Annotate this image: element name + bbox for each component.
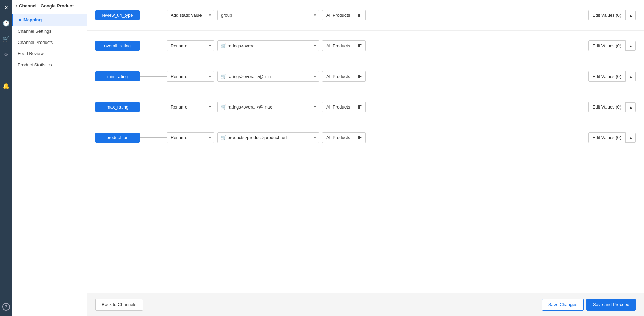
edit-values-button-overall_rating[interactable]: Edit Values (0) bbox=[588, 40, 626, 51]
mapping-controls-max_rating: RenameAdd static valueCombineExtract▼🛒 r… bbox=[167, 102, 636, 112]
sidebar-nav: MappingChannel SettingsChannel ProductsF… bbox=[12, 12, 87, 72]
collapse-button-min_rating[interactable]: ▲ bbox=[626, 72, 636, 81]
edit-values-wrapper-review_url_type: Edit Values (0)▲ bbox=[588, 10, 636, 20]
if-button-overall_rating[interactable]: IF bbox=[354, 40, 366, 51]
save-changes-button[interactable]: Save Changes bbox=[542, 299, 584, 311]
sidebar-item-label-product-statistics: Product Statistics bbox=[18, 62, 52, 67]
gear-icon[interactable]: ⚙ bbox=[1, 50, 11, 59]
all-products-button-overall_rating[interactable]: All Products bbox=[322, 40, 354, 51]
footer-right: Save Changes Save and Proceed bbox=[542, 299, 636, 311]
collapse-button-overall_rating[interactable]: ▲ bbox=[626, 41, 636, 51]
cart-nav-icon[interactable]: 🛒 bbox=[1, 34, 11, 44]
all-products-button-review_url_type[interactable]: All Products bbox=[322, 10, 354, 20]
products-group-overall_rating: All ProductsIF bbox=[322, 40, 366, 51]
collapse-button-max_rating[interactable]: ▲ bbox=[626, 102, 636, 112]
active-indicator bbox=[19, 19, 21, 21]
value-select-product_url[interactable]: 🛒 products>product>product_url bbox=[217, 132, 319, 143]
edit-values-wrapper-overall_rating: Edit Values (0)▲ bbox=[588, 40, 636, 51]
products-group-product_url: All ProductsIF bbox=[322, 132, 366, 143]
if-button-max_rating[interactable]: IF bbox=[354, 102, 366, 112]
all-products-button-max_rating[interactable]: All Products bbox=[322, 102, 354, 112]
mapping-row-product_url: product_urlRenameAdd static valueCombine… bbox=[87, 122, 644, 153]
edit-values-button-product_url[interactable]: Edit Values (0) bbox=[588, 132, 626, 143]
sidebar-header: ‹ Channel - Google Product ... bbox=[12, 0, 87, 12]
method-wrapper-max_rating: RenameAdd static valueCombineExtract▼ bbox=[167, 102, 214, 112]
value-wrapper-product_url: 🛒 products>product>product_url▼ bbox=[217, 132, 319, 143]
save-and-proceed-button[interactable]: Save and Proceed bbox=[586, 299, 636, 311]
sidebar-back-arrow[interactable]: ‹ bbox=[16, 4, 17, 9]
clock-icon[interactable]: 🕐 bbox=[1, 18, 11, 28]
edit-values-button-review_url_type[interactable]: Edit Values (0) bbox=[588, 10, 626, 20]
method-wrapper-overall_rating: RenameAdd static valueCombineExtract▼ bbox=[167, 40, 214, 51]
if-button-min_rating[interactable]: IF bbox=[354, 71, 366, 82]
close-icon[interactable]: ✕ bbox=[1, 3, 11, 12]
method-wrapper-review_url_type: RenameAdd static valueCombineExtract▼ bbox=[167, 10, 214, 20]
products-group-review_url_type: All ProductsIF bbox=[322, 10, 366, 20]
value-select-max_rating[interactable]: 🛒 ratings>overall>@max bbox=[217, 102, 319, 112]
edit-values-button-min_rating[interactable]: Edit Values (0) bbox=[588, 71, 626, 82]
sidebar-item-product-statistics[interactable]: Product Statistics bbox=[12, 59, 87, 70]
method-select-product_url[interactable]: RenameAdd static valueCombineExtract bbox=[167, 132, 214, 143]
products-group-min_rating: All ProductsIF bbox=[322, 71, 366, 82]
field-label-review_url_type: review_url_type bbox=[95, 10, 140, 20]
connector-line-min_rating bbox=[140, 76, 167, 77]
content-area: review_url_typeRenameAdd static valueCom… bbox=[87, 0, 644, 293]
help-icon[interactable]: ? bbox=[2, 303, 10, 311]
all-products-button-product_url[interactable]: All Products bbox=[322, 132, 354, 143]
mapping-row-review_url_type: review_url_typeRenameAdd static valueCom… bbox=[87, 0, 644, 31]
edit-values-wrapper-max_rating: Edit Values (0)▲ bbox=[588, 102, 636, 112]
back-to-channels-button[interactable]: Back to Channels bbox=[95, 299, 143, 311]
mapping-row-overall_rating: overall_ratingRenameAdd static valueComb… bbox=[87, 31, 644, 61]
method-wrapper-min_rating: RenameAdd static valueCombineExtract▼ bbox=[167, 71, 214, 82]
value-select-review_url_type[interactable]: group bbox=[217, 10, 319, 20]
sidebar-item-feed-review[interactable]: Feed Review bbox=[12, 48, 87, 59]
value-select-overall_rating[interactable]: 🛒 ratings>overall bbox=[217, 40, 319, 51]
field-label-max_rating: max_rating bbox=[95, 102, 140, 112]
sidebar-item-channel-products[interactable]: Channel Products bbox=[12, 37, 87, 48]
sidebar: ‹ Channel - Google Product ... MappingCh… bbox=[12, 0, 87, 316]
mapping-row-min_rating: min_ratingRenameAdd static valueCombineE… bbox=[87, 61, 644, 92]
field-label-min_rating: min_rating bbox=[95, 71, 140, 81]
field-label-product_url: product_url bbox=[95, 133, 140, 143]
sidebar-item-label-channel-products: Channel Products bbox=[18, 40, 53, 45]
value-select-min_rating[interactable]: 🛒 ratings>overall>@min bbox=[217, 71, 319, 82]
if-button-product_url[interactable]: IF bbox=[354, 132, 366, 143]
edit-values-wrapper-min_rating: Edit Values (0)▲ bbox=[588, 71, 636, 82]
method-select-review_url_type[interactable]: RenameAdd static valueCombineExtract bbox=[167, 10, 214, 20]
mapping-controls-min_rating: RenameAdd static valueCombineExtract▼🛒 r… bbox=[167, 71, 636, 82]
sidebar-item-label-channel-settings: Channel Settings bbox=[18, 29, 51, 34]
sidebar-item-channel-settings[interactable]: Channel Settings bbox=[12, 26, 87, 37]
connector-line-overall_rating bbox=[140, 46, 167, 46]
method-wrapper-product_url: RenameAdd static valueCombineExtract▼ bbox=[167, 132, 214, 143]
connector-line-max_rating bbox=[140, 107, 167, 107]
value-wrapper-review_url_type: group▼ bbox=[217, 10, 319, 20]
connector-line-review_url_type bbox=[140, 15, 167, 15]
sidebar-title: Channel - Google Product ... bbox=[19, 3, 79, 9]
mapping-row-max_rating: max_ratingRenameAdd static valueCombineE… bbox=[87, 92, 644, 122]
sidebar-item-label-feed-review: Feed Review bbox=[18, 51, 44, 56]
mapping-controls-overall_rating: RenameAdd static valueCombineExtract▼🛒 r… bbox=[167, 40, 636, 51]
value-wrapper-min_rating: 🛒 ratings>overall>@min▼ bbox=[217, 71, 319, 82]
value-wrapper-overall_rating: 🛒 ratings>overall▼ bbox=[217, 40, 319, 51]
value-wrapper-max_rating: 🛒 ratings>overall>@max▼ bbox=[217, 102, 319, 112]
products-group-max_rating: All ProductsIF bbox=[322, 102, 366, 112]
connector-line-product_url bbox=[140, 137, 167, 138]
edit-values-button-max_rating[interactable]: Edit Values (0) bbox=[588, 102, 626, 112]
if-button-review_url_type[interactable]: IF bbox=[354, 10, 366, 20]
sidebar-item-mapping[interactable]: Mapping bbox=[12, 14, 87, 26]
mapping-controls-review_url_type: RenameAdd static valueCombineExtract▼gro… bbox=[167, 10, 636, 20]
edit-values-wrapper-product_url: Edit Values (0)▲ bbox=[588, 132, 636, 143]
method-select-overall_rating[interactable]: RenameAdd static valueCombineExtract bbox=[167, 40, 214, 51]
bell-icon[interactable]: 🔔 bbox=[1, 81, 11, 90]
all-products-button-min_rating[interactable]: All Products bbox=[322, 71, 354, 82]
collapse-button-product_url[interactable]: ▲ bbox=[626, 133, 636, 143]
method-select-min_rating[interactable]: RenameAdd static valueCombineExtract bbox=[167, 71, 214, 82]
method-select-max_rating[interactable]: RenameAdd static valueCombineExtract bbox=[167, 102, 214, 112]
main-content: review_url_typeRenameAdd static valueCom… bbox=[87, 0, 644, 316]
fork-icon[interactable]: ⑂ bbox=[1, 65, 11, 75]
sidebar-item-label-mapping: Mapping bbox=[23, 17, 42, 22]
collapse-button-review_url_type[interactable]: ▲ bbox=[626, 11, 636, 20]
footer: Back to Channels Save Changes Save and P… bbox=[87, 293, 644, 316]
icon-rail: ✕ 🕐 🛒 ⚙ ⑂ 🔔 ? bbox=[0, 0, 12, 316]
field-label-overall_rating: overall_rating bbox=[95, 41, 140, 51]
